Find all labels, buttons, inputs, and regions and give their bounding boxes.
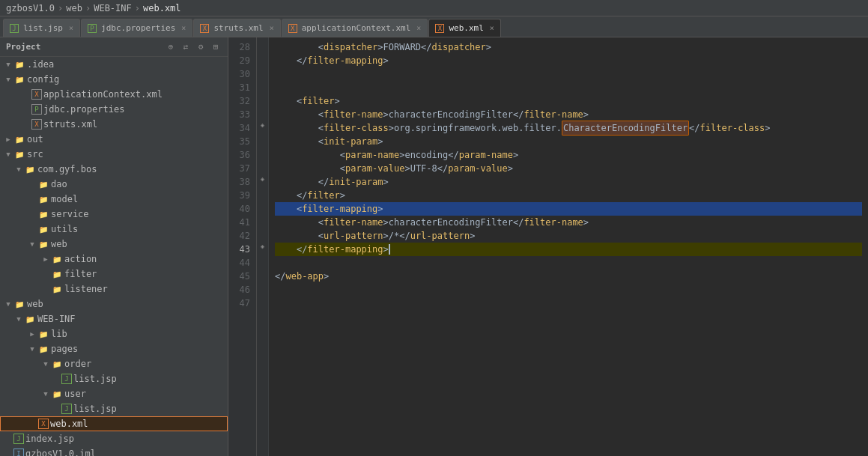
tab-struts-xml[interactable]: X struts.xml × [193,19,280,37]
tree-label-web-xml: web.xml [50,419,88,429]
breadcrumb: gzbosV1.0 › web › WEB-INF › web.xml [6,3,181,13]
ln-28: 28 [228,40,256,54]
tree-item-web-root[interactable]: ▼ 📁 web [0,297,228,311]
tab-close-jdbc[interactable]: × [181,24,186,32]
ln-43: 43 [228,243,256,256]
tab-web-xml[interactable]: X web.xml × [428,19,500,37]
line-numbers: 28 29 30 31 32 33 34 35 36 37 38 39 40 4… [228,37,257,456]
code-line-39: </filter> [275,189,862,202]
folder-icon-webinf: 📁 [24,313,36,325]
tree-label-model: model [51,194,78,204]
tree-arrow-src: ▼ [3,151,13,158]
tree-item-idea[interactable]: ▼ 📁 .idea [0,57,228,72]
tree-arrow-out: ▶ [3,136,13,143]
tree-item-order[interactable]: ▼ 📁 order [0,356,228,371]
ln-40: 40 [228,202,256,216]
tree-item-model[interactable]: 📁 model [0,192,228,207]
gutter-44 [257,253,268,267]
sidebar-add-icon[interactable]: ⊕ [165,41,177,53]
code-line-31 [275,81,862,94]
sidebar-title: Project [6,42,40,52]
tab-icon-list-jsp: J [10,24,19,33]
tree-item-utils[interactable]: 📁 utils [0,222,228,237]
tree-arrow-com: ▼ [13,165,24,173]
tree-label-dao: dao [51,179,67,189]
tree-item-appctx-xml[interactable]: X applicationContext.xml [0,87,228,102]
tree-label-list-user: list.jsp [73,404,117,414]
sidebar-sync-icon[interactable]: ⇄ [180,41,192,53]
tree-item-config[interactable]: ▼ 📁 config [0,72,228,87]
tree-item-iml[interactable]: I gzbosV1.0.iml [0,446,228,456]
main-layout: Project ⊕ ⇄ ⚙ ⊞ ▼ 📁 .idea ▼ 📁 config X a [0,37,868,456]
folder-icon-filter: 📁 [51,268,63,280]
tree-item-web-src[interactable]: ▼ 📁 web [0,237,228,252]
gutter-31 [257,78,268,91]
tree-item-index-jsp[interactable]: J index.jsp [0,431,228,446]
code-line-46 [275,283,862,297]
tree-item-jdbc-props[interactable]: P jdbc.properties [0,102,228,117]
gutter-47 [257,294,268,307]
tab-label-appctx: applicationContext.xml [302,23,411,33]
tab-icon-jdbc: P [88,24,97,33]
tree-label-out: out [27,134,43,145]
xml-icon-struts: X [31,119,42,130]
tree-item-action[interactable]: ▶ 📁 action [0,252,228,267]
tree-label-listener: listener [64,284,108,294]
tree-item-struts-xml[interactable]: X struts.xml [0,117,228,132]
tree-label-iml: gzbosV1.0.iml [25,449,96,456]
tree-item-com-gyf-bos[interactable]: ▼ 📁 com.gyf.bos [0,162,228,177]
xml-icon-appctx: X [31,89,42,100]
jsp-icon-list-order: J [61,374,72,384]
folder-icon-idea: 📁 [13,58,25,70]
tree-label-index-jsp: index.jsp [25,434,74,444]
ln-38: 38 [228,175,256,189]
tab-list-jsp[interactable]: J list.jsp × [3,19,80,37]
sidebar-gear-icon[interactable]: ⚙ [195,41,207,53]
ln-34: 34 [228,121,256,135]
ln-42: 42 [228,229,256,243]
breadcrumb-current: web.xml [143,3,181,13]
sidebar-header: Project ⊕ ⇄ ⚙ ⊞ [0,37,228,57]
tree-label-web-src: web [51,239,67,249]
tree-item-user[interactable]: ▼ 📁 user [0,386,228,401]
gutter-43: ◈ [257,240,268,253]
tab-label-webxml: web.xml [449,23,483,33]
xml-icon-web: X [38,419,49,429]
tree-item-service[interactable]: 📁 service [0,207,228,222]
tab-close-struts[interactable]: × [270,24,274,32]
tree-item-dao[interactable]: 📁 dao [0,177,228,192]
editor-area: 28 29 30 31 32 33 34 35 36 37 38 39 40 4… [228,37,868,456]
tab-applicationcontext-xml[interactable]: X applicationContext.xml × [282,19,428,37]
tab-jdbc-properties[interactable]: P jdbc.properties × [81,19,192,37]
ln-36: 36 [228,148,256,162]
folder-icon-lib: 📁 [37,328,49,340]
code-line-36: <param-name>encoding</param-name> [275,148,862,162]
tree-item-webinf[interactable]: ▼ 📁 WEB-INF [0,311,228,326]
tree-item-listener[interactable]: 📁 listener [0,282,228,297]
sidebar-header-icons: ⊕ ⇄ ⚙ ⊞ [165,41,222,53]
tree-item-web-xml[interactable]: X web.xml [0,416,228,431]
code-editor[interactable]: <dispatcher>FORWARD</dispatcher> </filte… [269,37,868,456]
jsp-icon-index: J [13,434,24,444]
tree-arrow-order: ▼ [40,360,51,368]
tree-arrow-lib: ▶ [27,330,37,338]
tree-item-pages[interactable]: ▼ 📁 pages [0,341,228,356]
tab-close-list-jsp[interactable]: × [69,24,73,32]
tree-item-src[interactable]: ▼ 📁 src [0,147,228,162]
tree-item-filter[interactable]: 📁 filter [0,267,228,282]
tab-close-appctx[interactable]: × [416,24,421,32]
code-line-44 [275,256,862,270]
tab-close-webxml[interactable]: × [490,24,494,32]
sidebar-layout-icon[interactable]: ⊞ [210,41,222,53]
tree-item-out[interactable]: ▶ 📁 out [0,132,228,147]
folder-icon-pages: 📁 [37,343,49,355]
code-line-32: <filter> [275,94,862,108]
tree-item-list-user[interactable]: J list.jsp [0,401,228,416]
tree-item-lib[interactable]: ▶ 📁 lib [0,326,228,341]
tree-arrow-config: ▼ [3,76,13,83]
tree-label-webinf: WEB-INF [37,314,76,324]
tree-item-list-order[interactable]: J list.jsp [0,371,228,386]
gutter: ◈ ◈ ◈ [257,37,269,456]
tree-label-service: service [51,209,89,219]
folder-icon-utils: 📁 [37,223,49,235]
